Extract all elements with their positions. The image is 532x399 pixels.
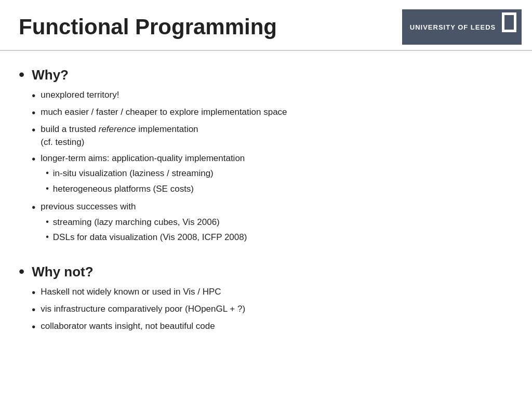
why-not-bullet-1: • <box>32 285 35 300</box>
sub-item-text-3: build a trusted reference implementation… <box>41 123 198 149</box>
why-not-bullet-dot: • <box>19 261 24 281</box>
why-not-section: • Why not? • Haskell not widely known or… <box>19 263 513 337</box>
why-not-bullet-3: • <box>32 320 35 334</box>
sub-sub-list-4: • in-situ visualization (laziness / stre… <box>46 167 245 195</box>
sub-bullet-4: • <box>32 152 35 166</box>
why-bullet-dot: • <box>19 64 24 84</box>
sub-sub-bullet-4-2: • <box>46 182 49 195</box>
university-logo: UNIVERSITY OF LEEDS <box>402 9 522 45</box>
list-item: • DSLs for data visualization (Vis 2008,… <box>46 231 247 244</box>
why-not-bullet-2: • <box>32 302 35 317</box>
slide: Functional Programming UNIVERSITY OF LEE… <box>0 0 532 399</box>
why-not-body: Why not? • Haskell not widely known or u… <box>32 263 245 337</box>
sub-item-text-2: much easier / faster / cheaper to explor… <box>41 105 287 119</box>
why-section-body: Why? • unexplored territory! • much easi… <box>32 66 287 249</box>
sub-sub-list-5: • streaming (lazy marching cubes, Vis 20… <box>46 216 247 244</box>
list-item: • streaming (lazy marching cubes, Vis 20… <box>46 216 247 229</box>
sub-item-text-4: longer-term aims: application-quality im… <box>41 153 245 163</box>
sub-item-with-children-4: longer-term aims: application-quality im… <box>41 152 245 198</box>
why-not-sub-list: • Haskell not widely known or used in Vi… <box>32 285 245 334</box>
sub-bullet-3: • <box>32 123 35 137</box>
list-item: • longer-term aims: application-quality … <box>32 152 287 198</box>
list-item: • Haskell not widely known or used in Vi… <box>32 285 245 300</box>
why-not-text-2: vis infrastructure comparatively poor (H… <box>41 302 245 316</box>
sub-item-text-5: previous successes with <box>41 202 136 211</box>
university-name: UNIVERSITY OF LEEDS <box>410 23 496 31</box>
sub-sub-text-5-2: DSLs for data visualization (Vis 2008, I… <box>53 231 247 244</box>
sub-bullet-2: • <box>32 105 35 120</box>
page-title: Functional Programming <box>19 15 277 39</box>
leeds-logo-icon <box>502 12 516 32</box>
list-item: • unexplored territory! <box>32 88 287 103</box>
sub-item-with-children-5: previous successes with • streaming (laz… <box>41 200 247 246</box>
leeds-logo-icon-inner <box>504 15 514 30</box>
why-not-label: Why not? <box>32 263 245 281</box>
sub-sub-bullet-5-1: • <box>46 216 49 228</box>
sub-sub-text-4-1: in-situ visualization (laziness / stream… <box>53 167 214 180</box>
why-not-text-1: Haskell not widely known or used in Vis … <box>41 285 221 299</box>
list-item: • collaborator wants insight, not beauti… <box>32 320 245 334</box>
why-label: Why? <box>32 66 287 84</box>
list-item: • vis infrastructure comparatively poor … <box>32 302 245 317</box>
list-item: • heterogeneous platforms (SE costs) <box>46 182 245 196</box>
sub-sub-text-5-1: streaming (lazy marching cubes, Vis 2006… <box>53 216 220 229</box>
sub-sub-text-4-2: heterogeneous platforms (SE costs) <box>53 182 194 196</box>
list-item: • build a trusted reference implementati… <box>32 123 287 149</box>
sub-bullet-5: • <box>32 200 35 215</box>
slide-content: • Why? • unexplored territory! • much ea… <box>0 51 532 362</box>
list-item: • previous successes with • streaming (l… <box>32 200 287 246</box>
slide-header: Functional Programming UNIVERSITY OF LEE… <box>0 0 532 51</box>
list-item: • much easier / faster / cheaper to expl… <box>32 105 287 120</box>
list-item: • in-situ visualization (laziness / stre… <box>46 167 245 180</box>
why-not-text-3: collaborator wants insight, not beautifu… <box>41 320 215 333</box>
why-section: • Why? • unexplored territory! • much ea… <box>19 66 513 249</box>
why-sub-list: • unexplored territory! • much easier / … <box>32 88 287 246</box>
sub-item-text-1: unexplored territory! <box>41 88 119 102</box>
sub-bullet-1: • <box>32 88 35 103</box>
sub-sub-bullet-5-2: • <box>46 231 49 243</box>
sub-sub-bullet-4-1: • <box>46 167 49 179</box>
